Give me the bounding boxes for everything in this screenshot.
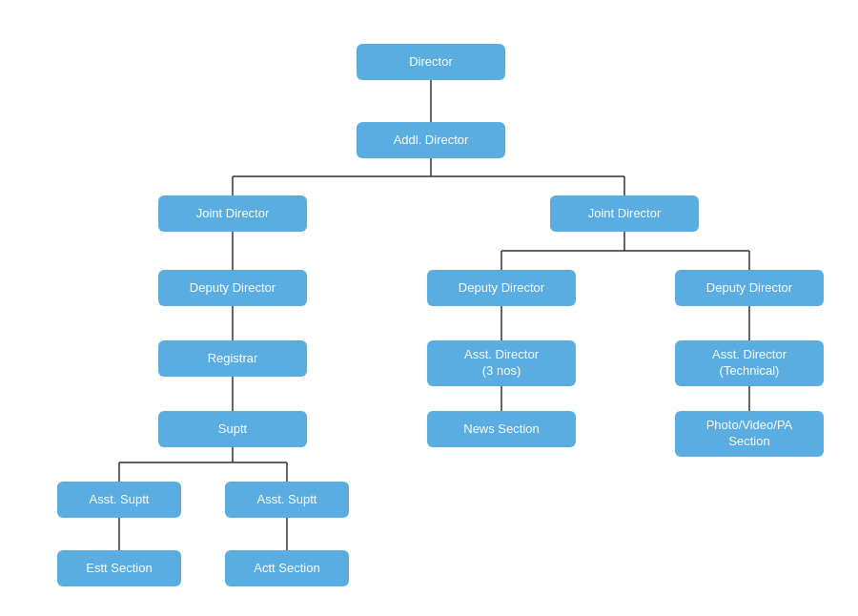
estt-section-node: Estt Section [57, 550, 181, 586]
joint-dir-left-node: Joint Director [158, 195, 307, 232]
dep-dir-right-node: Deputy Director [675, 270, 824, 306]
asst-suptt-right-node: Asst. Suptt [225, 482, 349, 518]
dep-dir-left-node: Deputy Director [158, 270, 307, 306]
joint-dir-right-node: Joint Director [550, 195, 699, 232]
news-section-node: News Section [427, 411, 576, 447]
addl-director-node: Addl. Director [357, 122, 505, 158]
asst-dir-3nos-node: Asst. Director(3 nos) [427, 340, 576, 386]
director-node: Director [357, 44, 505, 80]
dep-dir-mid-node: Deputy Director [427, 270, 576, 306]
org-chart: Director Addl. Director Joint Director J… [0, 0, 858, 616]
suptt-node: Suptt [158, 411, 307, 447]
registrar-node: Registrar [158, 340, 307, 377]
connectors-svg [0, 0, 858, 616]
photo-section-node: Photo/Video/PASection [675, 411, 824, 457]
actt-section-node: Actt Section [225, 550, 349, 586]
asst-suptt-left-node: Asst. Suptt [57, 482, 181, 518]
asst-dir-tech-node: Asst. Director(Technical) [675, 340, 824, 386]
